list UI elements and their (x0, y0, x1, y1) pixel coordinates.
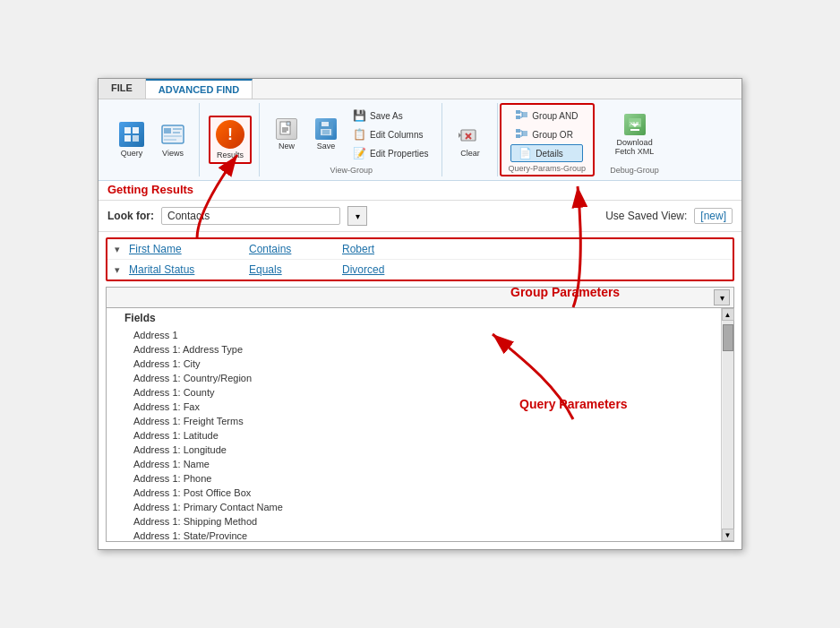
fields-dropdown-btn[interactable]: ▾ (714, 289, 730, 305)
fields-item[interactable]: Address 1: State/Province (107, 529, 721, 541)
saved-view-value[interactable]: [new] (694, 208, 733, 224)
group-or-button[interactable]: Group OR (510, 125, 583, 143)
save-as-label: Save As (370, 111, 403, 121)
query-icon (119, 122, 144, 147)
query-button[interactable]: Query (113, 118, 150, 161)
fields-list: Fields Address 1Address 1: Address TypeA… (107, 308, 721, 541)
save-label: Save (317, 142, 336, 151)
svg-rect-9 (164, 139, 176, 141)
lookfor-value[interactable]: Contacts (161, 207, 340, 225)
query-group-label: query-params-group (509, 164, 587, 173)
views-icon (160, 122, 185, 147)
results-icon: ! (216, 120, 244, 149)
svg-rect-22 (516, 110, 520, 114)
edit-properties-button[interactable]: 📝 Edit Properties (347, 144, 434, 162)
view-small-buttons: 💾 Save As 📋 Edit Columns 📝 Edit Properti… (347, 107, 434, 162)
debug-group-label: debug-group (610, 166, 659, 175)
fields-item[interactable]: Address 1: Address Type (107, 342, 721, 357)
fields-item[interactable]: Address 1: Primary Contact Name (107, 500, 721, 514)
fields-dropdown-input[interactable] (110, 292, 710, 303)
chevron-1: ▾ (115, 264, 125, 276)
fields-item[interactable]: Address 1: Country/Region (107, 371, 721, 385)
getting-results-annotation: Getting Results (107, 183, 193, 196)
svg-rect-15 (321, 122, 329, 126)
edit-properties-label: Edit Properties (370, 149, 429, 159)
operator-0[interactable]: Contains (249, 243, 339, 255)
ribbon-tabs: FILE ADVANCED FIND (99, 79, 741, 99)
new-icon (276, 118, 297, 140)
fields-item[interactable]: Address 1: Phone (107, 471, 721, 486)
scrollbar-up[interactable]: ▲ (722, 308, 734, 321)
edit-columns-icon: 📋 (353, 128, 366, 141)
saved-view-label: Use Saved View: (605, 210, 687, 222)
fields-item[interactable]: Address 1: Longitude (107, 443, 721, 457)
fields-dropdown-bar[interactable]: ▾ (106, 287, 734, 308)
results-label: Results (217, 151, 244, 159)
download-icon: XML (622, 112, 647, 137)
svg-rect-29 (516, 134, 520, 138)
new-label: New (279, 142, 295, 151)
fields-item[interactable]: Address 1: Shipping Method (107, 514, 721, 529)
fields-item[interactable]: Address 1: Freight Terms (107, 414, 721, 428)
scrollbar-thumb[interactable] (723, 324, 733, 351)
download-fetch-label: Download Fetch XML (610, 139, 659, 157)
results-button[interactable]: ! Results (209, 116, 252, 164)
edit-columns-button[interactable]: 📋 Edit Columns (347, 125, 434, 143)
svg-rect-28 (516, 129, 520, 133)
svg-rect-3 (133, 135, 139, 142)
svg-rect-2 (124, 135, 131, 142)
operator-1[interactable]: Equals (249, 263, 339, 276)
group-and-label: Group AND (532, 111, 578, 121)
scrollbar-down[interactable]: ▼ (722, 529, 734, 541)
fields-item[interactable]: Address 1: Fax (107, 400, 721, 414)
fields-scrollbar[interactable]: ▲ ▼ (721, 308, 733, 541)
clear-icon (458, 122, 483, 147)
group-or-icon (516, 128, 528, 141)
group-and-button[interactable]: Group AND (510, 107, 583, 125)
fields-item[interactable]: Address 1: Latitude (107, 428, 721, 443)
annotation-getting-results-bar: Getting Results (99, 181, 741, 201)
query-rows-container: ▾ First Name Contains Robert ▾ Marital S… (106, 237, 734, 281)
group-and-icon (516, 109, 528, 122)
save-icon (315, 118, 337, 140)
svg-rect-17 (322, 130, 330, 134)
value-1[interactable]: Divorced (342, 263, 384, 276)
details-label: Details (536, 149, 563, 159)
ribbon: Query Views (99, 99, 741, 181)
group-or-label: Group OR (532, 130, 573, 140)
view-group-label: view-group (330, 166, 373, 175)
scrollbar-track[interactable] (723, 321, 733, 529)
edit-columns-label: Edit Columns (370, 130, 423, 140)
advanced-find-tab[interactable]: ADVANCED FIND (146, 79, 253, 99)
fields-header: Fields (107, 308, 721, 328)
ribbon-group-view: New Save 💾 (261, 103, 442, 176)
field-0[interactable]: First Name (129, 243, 245, 255)
field-1[interactable]: Marital Status (129, 263, 245, 276)
file-tab[interactable]: FILE (99, 79, 146, 99)
new-button[interactable]: New (269, 115, 304, 154)
fields-item[interactable]: Address 1: Name (107, 457, 721, 471)
svg-rect-0 (124, 127, 131, 133)
query-params-buttons: Group AND (510, 107, 583, 162)
query-row-1: ▾ Marital Status Equals Divorced (107, 260, 733, 280)
fields-section: ▾ Fields Address 1Address 1: Address Typ… (106, 287, 734, 542)
details-button[interactable]: 📄 Details (510, 144, 583, 162)
ribbon-group-clear: Clear (444, 103, 498, 176)
svg-rect-37 (630, 129, 639, 131)
fields-item[interactable]: Address 1: City (107, 357, 721, 371)
fields-item[interactable]: Address 1 (107, 328, 721, 342)
fields-item[interactable]: Address 1: County (107, 385, 721, 400)
svg-rect-23 (516, 116, 520, 119)
fields-item[interactable]: Address 1: Post Office Box (107, 486, 721, 500)
views-button[interactable]: Views (154, 118, 192, 161)
download-fetch-button[interactable]: XML Download Fetch XML (604, 108, 665, 160)
save-as-button[interactable]: 💾 Save As (347, 107, 434, 125)
clear-button[interactable]: Clear (451, 118, 489, 161)
svg-rect-7 (173, 132, 180, 133)
lookfor-dropdown[interactable]: ▾ (347, 206, 367, 226)
save-button[interactable]: Save (308, 115, 344, 154)
query-row-0: ▾ First Name Contains Robert (107, 239, 733, 260)
value-0[interactable]: Robert (342, 243, 374, 255)
ribbon-group-debug: XML Download Fetch XML debug-group (596, 103, 673, 176)
save-as-icon: 💾 (353, 109, 366, 122)
